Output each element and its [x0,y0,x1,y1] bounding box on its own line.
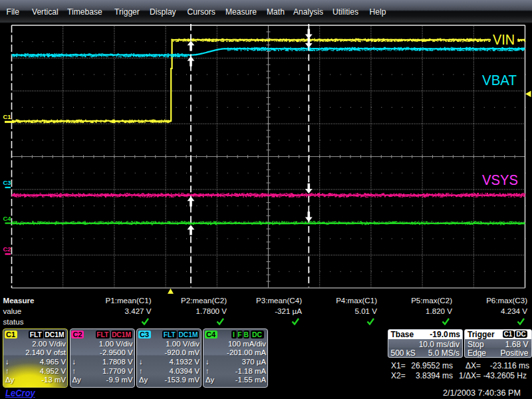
svg-text:C3: C3 [3,179,11,186]
svg-text:VSYS: VSYS [482,172,518,188]
svg-text:VBAT: VBAT [482,72,517,88]
svg-text:C2: C2 [3,245,11,253]
svg-text:VIN: VIN [493,31,515,48]
svg-text:C4: C4 [3,215,12,222]
svg-text:C1: C1 [3,113,12,120]
